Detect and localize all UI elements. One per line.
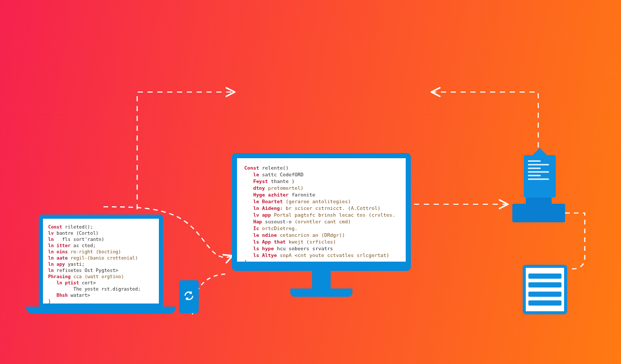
code-line: Bhsh watart> [48, 292, 155, 298]
code-line: Ic ortcDietreg. [244, 225, 401, 232]
code-line: Feyst thante ) [244, 178, 401, 185]
code-line: le sattc CodefORD [244, 171, 401, 178]
arrow-doc-to-monitor [432, 92, 538, 147]
code-line: ln refisetes Ost Pygtest> [48, 267, 155, 274]
connector-block-to-card [565, 213, 585, 269]
stacked-card-icon [523, 265, 567, 314]
diagram-canvas: Const rileted();lv bantre (Cortol)ln fls… [0, 0, 621, 364]
code-line: Const rileted(); [48, 224, 155, 230]
code-line: Hap susoust-o (orvntler cant cmd) [244, 218, 401, 225]
monitor-neck [312, 271, 331, 289]
laptop-screen: Const rileted();lv bantre (Cortol)ln fls… [39, 215, 163, 308]
code-line: ln fls sort'rantn) [48, 236, 155, 242]
code-line: lv bantre (Cortol) [48, 230, 155, 236]
code-line: } [48, 298, 155, 305]
laptop-base [26, 307, 176, 314]
monitor-foot [290, 289, 352, 297]
code-line: lv app Portal pagtsfc brinsh lecac tos (… [244, 211, 401, 218]
monitor-screen: Const relente() le sattc CodefORD Feyst … [232, 153, 411, 271]
code-line: ln oins re-right (bocting) [48, 249, 155, 255]
arrow-laptop-to-monitor [137, 92, 234, 209]
code-line: Hyge azhiter faronite [244, 191, 401, 198]
server-block-icon [512, 204, 565, 222]
sync-device [179, 280, 199, 313]
desktop-monitor: Const relente() le sattc CodefORD Feyst … [232, 153, 411, 297]
code-line: Const relente() [244, 164, 401, 171]
code-line: Phrasing cca (watt orgtino) [48, 274, 155, 280]
sync-icon [183, 290, 195, 304]
code-line: le ndine cetancricn an (DRdgr)) [244, 232, 401, 238]
code-line: ln Aideng: br scicer cstrnicct. (A.Cottr… [244, 205, 401, 211]
document-icon [524, 155, 556, 198]
code-line: } [244, 259, 401, 265]
code-line: ls App that kwejt (srficles) [244, 238, 401, 245]
code-line: ln ptist cert> [48, 280, 155, 286]
code-line: ln aate regil-(banie crottenial) [48, 255, 155, 261]
laptop-device: Const rileted();lv bantre (Cortol)ln fls… [26, 215, 176, 314]
code-line: dtny pretomertel) [244, 185, 401, 191]
code-line: ls hype hcu sobeers srvatrs [244, 245, 401, 252]
code-line: ln itter as cted; [48, 242, 155, 249]
code-line: le Boartet (geraree antolitegies) [244, 198, 401, 205]
code-line: ln apy yasti; [48, 261, 155, 267]
code-line: The yoste rst.digrasted; [48, 286, 155, 292]
code-line: ls Altye sopA <cnt youte cctvatles srlcg… [244, 252, 401, 259]
